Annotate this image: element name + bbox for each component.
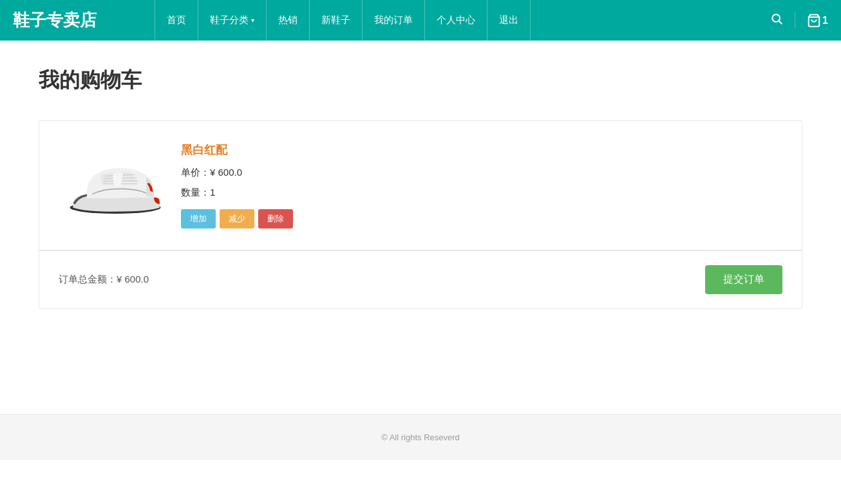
product-actions: 增加 减少 删除 <box>181 209 782 229</box>
header: 鞋子专卖店 首页 鞋子分类 ▾ 热销 新鞋子 我的订单 个人中心 退出 <box>0 0 841 41</box>
product-quantity: 数量：1 <box>181 187 782 199</box>
cart-item: 黑白红配 单价：¥ 600.0 数量：1 增加 减少 删除 <box>39 121 802 250</box>
page-title: 我的购物车 <box>39 66 802 95</box>
main-content: 我的购物车 <box>0 41 841 414</box>
cart-icon <box>807 14 821 28</box>
product-image <box>59 147 162 224</box>
nav-logout[interactable]: 退出 <box>487 0 531 41</box>
search-icon <box>770 12 783 25</box>
submit-order-button[interactable]: 提交订单 <box>705 265 782 294</box>
delete-button[interactable]: 删除 <box>258 209 293 229</box>
product-image-wrapper <box>59 140 162 230</box>
nav-profile[interactable]: 个人中心 <box>425 0 487 41</box>
search-button[interactable] <box>770 12 795 28</box>
svg-line-1 <box>779 21 782 24</box>
dropdown-arrow-icon: ▾ <box>251 17 254 24</box>
copyright-text: © All rights Reseverd <box>381 433 460 442</box>
footer: © All rights Reseverd <box>0 414 841 460</box>
product-name: 黑白红配 <box>181 142 782 158</box>
decrease-button[interactable]: 减少 <box>220 209 254 229</box>
cart-button[interactable]: 1 <box>807 14 828 28</box>
nav-new[interactable]: 新鞋子 <box>310 0 363 41</box>
total-amount: 订单总金额：¥ 600.0 <box>59 274 149 286</box>
nav-category[interactable]: 鞋子分类 ▾ <box>198 0 267 41</box>
nav-orders[interactable]: 我的订单 <box>363 0 425 41</box>
increase-button[interactable]: 增加 <box>181 209 216 229</box>
main-nav: 首页 鞋子分类 ▾ 热销 新鞋子 我的订单 个人中心 退出 <box>155 0 757 41</box>
cart-summary: 订单总金额：¥ 600.0 提交订单 <box>39 251 802 308</box>
cart-container: 黑白红配 单价：¥ 600.0 数量：1 增加 减少 删除 订单总金额：¥ 60… <box>39 120 802 309</box>
svg-point-0 <box>772 14 780 22</box>
header-right: 1 <box>770 12 828 28</box>
product-info: 黑白红配 单价：¥ 600.0 数量：1 增加 减少 删除 <box>181 142 782 229</box>
product-price: 单价：¥ 600.0 <box>181 167 782 179</box>
cart-count-badge: 1 <box>822 15 828 26</box>
site-logo: 鞋子专卖店 <box>13 9 155 32</box>
nav-hot[interactable]: 热销 <box>267 0 310 41</box>
nav-home[interactable]: 首页 <box>155 0 198 41</box>
